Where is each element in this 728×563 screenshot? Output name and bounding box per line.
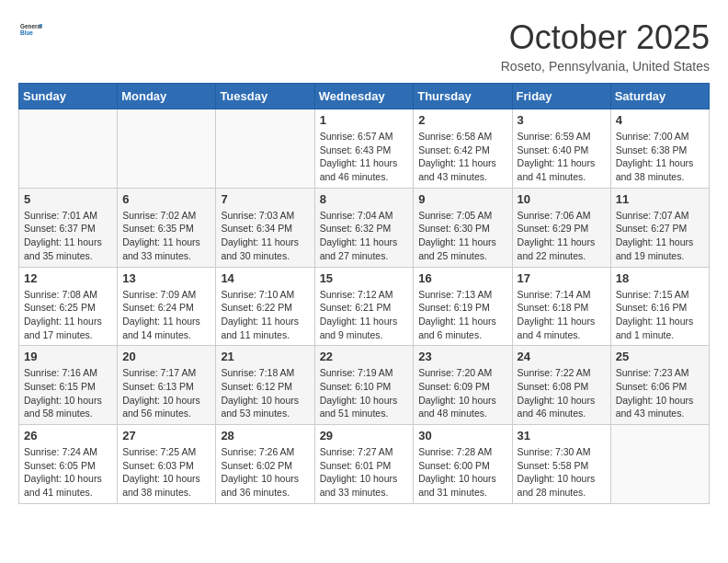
calendar-cell: 19Sunrise: 7:16 AM Sunset: 6:15 PM Dayli… (19, 346, 118, 425)
day-number: 17 (518, 271, 606, 285)
calendar-cell (216, 109, 314, 189)
calendar-cell (19, 109, 118, 189)
weekday-header-friday: Friday (512, 84, 610, 109)
calendar-cell: 23Sunrise: 7:20 AM Sunset: 6:09 PM Dayli… (414, 346, 512, 425)
day-number: 8 (320, 192, 409, 206)
day-number: 10 (518, 192, 606, 206)
day-info: Sunrise: 7:13 AM Sunset: 6:19 PM Dayligh… (418, 288, 506, 342)
day-info: Sunrise: 7:24 AM Sunset: 6:05 PM Dayligh… (24, 445, 112, 500)
day-info: Sunrise: 7:02 AM Sunset: 6:35 PM Dayligh… (122, 209, 210, 263)
day-info: Sunrise: 7:01 AM Sunset: 6:37 PM Dayligh… (24, 209, 112, 263)
day-number: 26 (24, 429, 112, 442)
day-info: Sunrise: 7:18 AM Sunset: 6:12 PM Dayligh… (221, 366, 309, 420)
weekday-header-thursday: Thursday (414, 84, 512, 109)
month-title: October 2025 (501, 18, 710, 57)
day-info: Sunrise: 7:04 AM Sunset: 6:32 PM Dayligh… (320, 209, 409, 263)
calendar-cell: 26Sunrise: 7:24 AM Sunset: 6:05 PM Dayli… (19, 425, 118, 504)
calendar-cell (118, 109, 216, 189)
calendar-cell: 30Sunrise: 7:28 AM Sunset: 6:00 PM Dayli… (414, 425, 512, 504)
day-info: Sunrise: 7:25 AM Sunset: 6:03 PM Dayligh… (122, 445, 210, 500)
day-info: Sunrise: 7:19 AM Sunset: 6:10 PM Dayligh… (320, 366, 409, 420)
day-number: 19 (24, 350, 112, 363)
day-info: Sunrise: 7:09 AM Sunset: 6:24 PM Dayligh… (122, 288, 210, 342)
calendar-cell: 2Sunrise: 6:58 AM Sunset: 6:42 PM Daylig… (414, 109, 512, 189)
calendar-cell: 7Sunrise: 7:03 AM Sunset: 6:34 PM Daylig… (216, 188, 314, 267)
day-number: 23 (418, 350, 506, 363)
day-number: 11 (616, 192, 704, 206)
calendar-cell: 14Sunrise: 7:10 AM Sunset: 6:22 PM Dayli… (216, 267, 314, 346)
day-number: 1 (320, 113, 409, 127)
day-number: 4 (616, 113, 704, 127)
day-info: Sunrise: 7:08 AM Sunset: 6:25 PM Dayligh… (24, 288, 112, 342)
calendar-week-1: 1Sunrise: 6:57 AM Sunset: 6:43 PM Daylig… (19, 109, 710, 189)
day-number: 5 (24, 192, 112, 206)
svg-text:General: General (20, 23, 42, 29)
day-info: Sunrise: 7:07 AM Sunset: 6:27 PM Dayligh… (616, 209, 704, 263)
weekday-header-row: SundayMondayTuesdayWednesdayThursdayFrid… (19, 84, 710, 109)
weekday-header-tuesday: Tuesday (216, 84, 314, 109)
calendar-cell (610, 425, 709, 504)
title-area: October 2025 Roseto, Pennsylvania, Unite… (501, 18, 710, 74)
day-number: 6 (122, 192, 210, 206)
calendar-week-4: 19Sunrise: 7:16 AM Sunset: 6:15 PM Dayli… (19, 346, 710, 425)
day-info: Sunrise: 7:28 AM Sunset: 6:00 PM Dayligh… (418, 445, 506, 500)
calendar-cell: 28Sunrise: 7:26 AM Sunset: 6:02 PM Dayli… (216, 425, 314, 504)
calendar-cell: 25Sunrise: 7:23 AM Sunset: 6:06 PM Dayli… (610, 346, 709, 425)
day-info: Sunrise: 7:06 AM Sunset: 6:29 PM Dayligh… (518, 209, 606, 263)
day-info: Sunrise: 7:00 AM Sunset: 6:38 PM Dayligh… (616, 130, 704, 184)
header: General Blue October 2025 Roseto, Pennsy… (18, 18, 710, 74)
logo: General Blue (18, 18, 42, 44)
calendar-cell: 22Sunrise: 7:19 AM Sunset: 6:10 PM Dayli… (314, 346, 414, 425)
day-info: Sunrise: 7:05 AM Sunset: 6:30 PM Dayligh… (418, 209, 506, 263)
weekday-header-wednesday: Wednesday (314, 84, 414, 109)
day-number: 25 (616, 350, 704, 363)
day-info: Sunrise: 6:57 AM Sunset: 6:43 PM Dayligh… (320, 130, 409, 184)
day-number: 15 (320, 271, 409, 285)
calendar-cell: 8Sunrise: 7:04 AM Sunset: 6:32 PM Daylig… (314, 188, 414, 267)
calendar-cell: 13Sunrise: 7:09 AM Sunset: 6:24 PM Dayli… (118, 267, 216, 346)
day-info: Sunrise: 7:22 AM Sunset: 6:08 PM Dayligh… (518, 366, 606, 420)
day-info: Sunrise: 6:58 AM Sunset: 6:42 PM Dayligh… (418, 130, 506, 184)
day-number: 18 (616, 271, 704, 285)
day-info: Sunrise: 6:59 AM Sunset: 6:40 PM Dayligh… (518, 130, 606, 184)
day-number: 13 (122, 271, 210, 285)
weekday-header-saturday: Saturday (610, 84, 709, 109)
day-info: Sunrise: 7:15 AM Sunset: 6:16 PM Dayligh… (616, 288, 704, 342)
day-number: 21 (221, 350, 309, 363)
calendar-cell: 12Sunrise: 7:08 AM Sunset: 6:25 PM Dayli… (19, 267, 118, 346)
calendar-cell: 4Sunrise: 7:00 AM Sunset: 6:38 PM Daylig… (610, 109, 709, 189)
calendar-week-3: 12Sunrise: 7:08 AM Sunset: 6:25 PM Dayli… (19, 267, 710, 346)
calendar-cell: 1Sunrise: 6:57 AM Sunset: 6:43 PM Daylig… (314, 109, 414, 189)
logo-content: General Blue (18, 18, 42, 44)
day-number: 14 (221, 271, 309, 285)
calendar-cell: 24Sunrise: 7:22 AM Sunset: 6:08 PM Dayli… (512, 346, 610, 425)
calendar-cell: 27Sunrise: 7:25 AM Sunset: 6:03 PM Dayli… (118, 425, 216, 504)
day-number: 20 (122, 350, 210, 363)
weekday-header-monday: Monday (118, 84, 216, 109)
day-number: 28 (221, 429, 309, 442)
day-number: 24 (518, 350, 606, 363)
calendar-cell: 3Sunrise: 6:59 AM Sunset: 6:40 PM Daylig… (512, 109, 610, 189)
location-title: Roseto, Pennsylvania, United States (501, 59, 710, 74)
day-info: Sunrise: 7:30 AM Sunset: 5:58 PM Dayligh… (518, 445, 606, 500)
day-info: Sunrise: 7:10 AM Sunset: 6:22 PM Dayligh… (221, 288, 309, 342)
calendar-cell: 5Sunrise: 7:01 AM Sunset: 6:37 PM Daylig… (19, 188, 118, 267)
day-number: 27 (122, 429, 210, 442)
logo-icon: General Blue (20, 18, 42, 40)
calendar-cell: 31Sunrise: 7:30 AM Sunset: 5:58 PM Dayli… (512, 425, 610, 504)
day-info: Sunrise: 7:20 AM Sunset: 6:09 PM Dayligh… (418, 366, 506, 420)
calendar-cell: 10Sunrise: 7:06 AM Sunset: 6:29 PM Dayli… (512, 188, 610, 267)
day-info: Sunrise: 7:14 AM Sunset: 6:18 PM Dayligh… (518, 288, 606, 342)
day-number: 3 (518, 113, 606, 127)
calendar-cell: 9Sunrise: 7:05 AM Sunset: 6:30 PM Daylig… (414, 188, 512, 267)
day-number: 7 (221, 192, 309, 206)
day-info: Sunrise: 7:23 AM Sunset: 6:06 PM Dayligh… (616, 366, 704, 420)
calendar-cell: 6Sunrise: 7:02 AM Sunset: 6:35 PM Daylig… (118, 188, 216, 267)
day-number: 31 (518, 429, 606, 442)
day-number: 9 (418, 192, 506, 206)
calendar-cell: 16Sunrise: 7:13 AM Sunset: 6:19 PM Dayli… (414, 267, 512, 346)
day-info: Sunrise: 7:26 AM Sunset: 6:02 PM Dayligh… (221, 445, 309, 500)
day-number: 22 (320, 350, 409, 363)
day-number: 30 (418, 429, 506, 442)
calendar-cell: 15Sunrise: 7:12 AM Sunset: 6:21 PM Dayli… (314, 267, 414, 346)
